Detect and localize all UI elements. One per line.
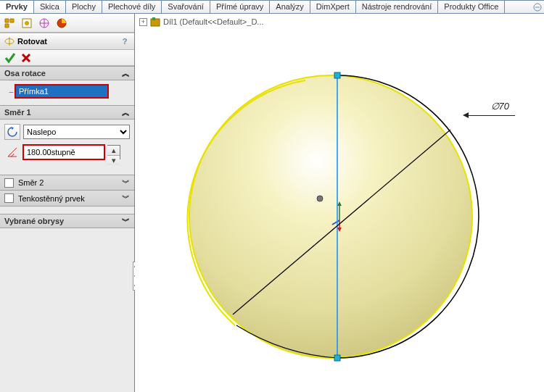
section-thin-header[interactable]: Tenkostěnný prvek ︾: [0, 191, 134, 207]
tab-rendrovani[interactable]: Nástroje rendrování: [356, 1, 439, 13]
tree-label: Díl1 (Default<<Default>_D...: [163, 17, 264, 26]
svg-point-3: [25, 21, 29, 25]
tab-svarovani[interactable]: Svařování: [162, 1, 210, 13]
dir2-checkbox[interactable]: [4, 178, 14, 188]
property-panel: Rotovat ? Osa rotace ︽ --- Směr 1 ︽: [0, 14, 135, 392]
tab-prime-upravy[interactable]: Přímé úpravy: [210, 1, 270, 13]
tab-skica[interactable]: Skica: [34, 1, 66, 13]
svg-rect-21: [334, 355, 340, 361]
feature-tree-row[interactable]: + Díl1 (Default<<Default>_D...: [139, 17, 264, 27]
part-icon: [150, 17, 160, 27]
panel-toolbar: [0, 14, 134, 33]
confirm-row: [0, 50, 134, 66]
section-contours-title: Vybrané obrysy: [4, 217, 64, 225]
section-dir2-header[interactable]: Směr 2 ︾: [0, 175, 134, 191]
tab-plochy[interactable]: Plochy: [66, 1, 102, 13]
section-dir2-title: Směr 2: [18, 178, 44, 187]
tab-analyzy[interactable]: Analýzy: [270, 1, 310, 13]
reverse-direction-icon[interactable]: [4, 124, 20, 140]
svg-rect-10: [152, 17, 155, 20]
model-sphere: [164, 50, 498, 383]
collapse-icon: ︽: [122, 68, 130, 79]
svg-rect-20: [334, 72, 340, 78]
section-axis-header[interactable]: Osa rotace ︽: [0, 66, 134, 80]
spinner-up-icon[interactable]: ▴: [107, 146, 120, 156]
feature-tree-icon[interactable]: [1, 15, 17, 31]
feature-title: Rotovat: [17, 37, 47, 46]
angle-icon: [4, 144, 20, 160]
cancel-button[interactable]: [20, 52, 32, 64]
section-contours-header[interactable]: Vybrané obrysy ︾: [0, 214, 134, 228]
ok-button[interactable]: [4, 52, 16, 64]
section-axis-title: Osa rotace: [4, 69, 46, 78]
tab-prvky[interactable]: Prvky: [0, 1, 34, 13]
appearance-icon[interactable]: [54, 15, 70, 31]
angle-spinner[interactable]: ▴ ▾: [107, 145, 120, 159]
settings-icon[interactable]: [19, 15, 35, 31]
graphics-viewport[interactable]: + Díl1 (Default<<Default>_D...: [135, 14, 544, 392]
thin-checkbox[interactable]: [4, 193, 14, 203]
tab-office[interactable]: Produkty Office: [438, 1, 505, 13]
section-dir1-title: Směr 1: [4, 108, 31, 117]
axis-input[interactable]: [15, 85, 108, 98]
section-dir1-header[interactable]: Směr 1 ︽: [0, 105, 134, 120]
tab-plechove-dily[interactable]: Plechové díly: [102, 1, 162, 13]
axis-line-icon: ---: [9, 87, 12, 96]
spinner-down-icon[interactable]: ▾: [107, 156, 120, 165]
section-thin-title: Tenkostěnný prvek: [18, 194, 85, 203]
expand-icon: ︾: [122, 216, 130, 227]
svg-point-13: [317, 196, 323, 201]
expand-icon: ︾: [122, 178, 130, 188]
expand-icon: ︾: [122, 193, 130, 204]
dimension-label[interactable]: ∅70: [491, 101, 509, 112]
tab-dimxpert[interactable]: DimXpert: [310, 1, 356, 13]
section-axis-body: ---: [0, 80, 134, 105]
direction-mode-select[interactable]: Naslepo: [23, 125, 130, 139]
section-dir1-body: Naslepo ▴ ▾: [0, 120, 134, 167]
feature-title-bar: Rotovat ?: [0, 33, 134, 50]
collapse-icon: ︽: [122, 107, 130, 118]
command-tabs: Prvky Skica Plochy Plechové díly Svařová…: [0, 0, 544, 14]
tree-expand-icon[interactable]: +: [139, 18, 147, 26]
tabs-overflow-icon[interactable]: [531, 1, 544, 13]
angle-input[interactable]: [23, 145, 104, 159]
revolve-icon: [4, 36, 15, 46]
help-icon[interactable]: ?: [120, 37, 130, 46]
dimension-arrow-icon: [463, 112, 469, 118]
dimension-leader: [464, 115, 515, 116]
target-icon[interactable]: [36, 15, 52, 31]
